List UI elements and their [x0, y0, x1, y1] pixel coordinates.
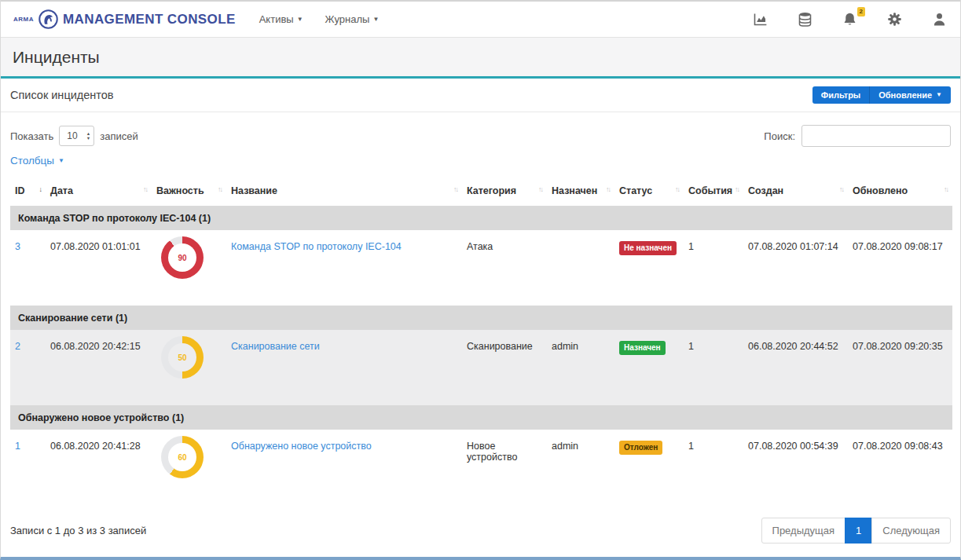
nav-menu-assets[interactable]: Активы ▼: [259, 13, 303, 25]
chevron-down-icon: ▼: [936, 92, 942, 98]
incident-status-cell: Не назначен: [614, 230, 684, 306]
column-header-label: Важность: [156, 185, 204, 196]
column-header-1[interactable]: ↑↓ID: [10, 176, 46, 206]
column-header-label: ID: [15, 185, 25, 196]
column-header-8[interactable]: ↑↓События: [684, 176, 743, 206]
nav-icon-bar: 2: [752, 11, 948, 27]
search-control: Поиск:: [764, 125, 951, 147]
status-badge: Отложен: [619, 441, 662, 455]
refresh-dropdown-button[interactable]: Обновление ▼: [869, 86, 951, 104]
column-header-4[interactable]: ↑↓Название: [226, 176, 462, 206]
notification-badge: 2: [857, 7, 865, 16]
card-title: Список инцидентов: [10, 89, 114, 101]
pagination: Предыдущая 1 Следующая: [761, 518, 951, 544]
analytics-nav-button[interactable]: [752, 11, 768, 27]
sort-icon: ↑↓: [675, 185, 679, 193]
records-suffix-label: записей: [100, 130, 138, 142]
incident-date-cell: 06.08.2020 20:41:28: [46, 430, 152, 505]
columns-dropdown-button[interactable]: Столбцы ▼: [10, 155, 64, 167]
incidents-card: Список инцидентов Фильтры Обновление ▼ П…: [1, 79, 960, 555]
filters-button[interactable]: Фильтры: [812, 86, 869, 104]
user-nav-button[interactable]: [931, 11, 948, 27]
column-header-label: События: [688, 185, 732, 196]
incident-importance-cell: 90: [152, 230, 226, 306]
column-header-9[interactable]: ↑↓Создан: [743, 176, 848, 206]
incident-category-cell: Атака: [462, 230, 547, 306]
column-header-label: Обновлено: [853, 185, 908, 196]
group-header-title: Сканирование сети (1): [10, 306, 952, 330]
column-header-3[interactable]: ↑↓Важность: [152, 176, 226, 206]
incident-updated-cell: 07.08.2020 09:08:43: [848, 430, 952, 505]
incident-name-link[interactable]: Сканирование сети: [231, 341, 320, 352]
nav-menu-assets-label: Активы: [259, 13, 294, 25]
column-header-5[interactable]: ↑↓Категория: [462, 176, 547, 206]
incident-updated-cell: 07.08.2020 09:08:17: [848, 230, 952, 306]
search-input[interactable]: [801, 125, 951, 147]
chevron-down-icon: ▼: [372, 16, 379, 23]
incident-events-cell: 1: [684, 430, 743, 505]
group-header-row: Команда STOP по протоколу IEC-104 (1): [10, 206, 952, 230]
sort-icon: ↑↓: [944, 185, 948, 193]
records-info: Записи с 1 до 3 из 3 записей: [10, 525, 146, 536]
columns-row: Столбцы ▼: [1, 153, 960, 176]
column-header-6[interactable]: ↑↓Назначен: [547, 176, 614, 206]
column-header-label: Дата: [50, 185, 73, 196]
incident-id-cell: 3: [10, 230, 46, 306]
settings-nav-button[interactable]: [886, 11, 903, 27]
incident-id-cell: 1: [10, 430, 46, 505]
incident-id-link[interactable]: 2: [15, 341, 20, 352]
incident-status-cell: Назначен: [614, 330, 684, 405]
incident-id-link[interactable]: 3: [15, 241, 20, 252]
chevron-down-icon: ▼: [58, 158, 64, 164]
column-header-7[interactable]: ↑↓Статус: [614, 176, 684, 206]
gear-icon: [886, 11, 903, 27]
incident-name-cell: Команда STOP по протоколу IEC-104: [226, 230, 462, 306]
brand-logo[interactable]: ARMA MANAGEMENT CONSOLE: [13, 9, 236, 30]
group-header-row: Обнаружено новое устройство (1): [10, 405, 952, 430]
column-header-10[interactable]: ↑↓Обновлено: [848, 176, 952, 206]
incident-row: 106.08.2020 20:41:2860Обнаружено новое у…: [10, 430, 952, 505]
importance-donut: 60: [161, 436, 204, 478]
group-header-title: Обнаружено новое устройство (1): [10, 405, 952, 430]
notifications-nav-button[interactable]: 2: [842, 11, 858, 27]
sort-icon: ↑↓: [453, 185, 457, 193]
page-title: Инциденты: [1, 38, 960, 79]
incident-events-cell: 1: [684, 330, 743, 405]
incident-name-cell: Сканирование сети: [226, 330, 462, 405]
sort-icon: ↑↓: [839, 185, 843, 193]
sort-icon: ↑↓: [538, 185, 542, 193]
pagination-page-1-button[interactable]: 1: [845, 518, 872, 544]
sort-icon: ↑↓: [143, 185, 147, 193]
incident-category-cell: Сканирование: [462, 330, 547, 405]
brand-title: MANAGEMENT CONSOLE: [63, 12, 236, 27]
pagination-previous-button[interactable]: Предыдущая: [761, 518, 846, 544]
card-header-buttons: Фильтры Обновление ▼: [812, 86, 951, 104]
bell-icon: [842, 11, 858, 27]
page-size-select[interactable]: 10: [59, 126, 94, 146]
show-label: Показать: [10, 130, 53, 142]
column-header-label: Категория: [467, 185, 516, 196]
database-nav-button[interactable]: [797, 11, 813, 27]
status-badge: Назначен: [619, 341, 666, 355]
column-header-label: Название: [231, 185, 277, 196]
sort-icon: ↑↓: [735, 185, 739, 193]
incident-status-cell: Отложен: [614, 430, 684, 505]
incident-row: 206.08.2020 20:42:1550Сканирование сетиС…: [10, 330, 952, 405]
importance-value: 60: [168, 443, 196, 471]
helmet-logo-icon: [38, 9, 59, 30]
importance-value: 90: [168, 243, 196, 272]
incident-assignee-cell: admin: [547, 430, 614, 505]
incident-name-link[interactable]: Обнаружено новое устройство: [231, 441, 372, 452]
nav-menu-journals[interactable]: Журналы ▼: [325, 13, 380, 25]
incident-created-cell: 06.08.2020 20:44:52: [743, 330, 848, 405]
pagination-next-button[interactable]: Следующая: [871, 518, 951, 544]
sort-icon: ↑↓: [606, 185, 610, 193]
column-header-2[interactable]: ↑↓Дата: [46, 176, 152, 206]
sort-icon: ↑↓: [39, 185, 42, 193]
incident-assignee-cell: [547, 230, 614, 306]
incident-name-link[interactable]: Команда STOP по протоколу IEC-104: [231, 241, 402, 252]
analytics-icon: [752, 11, 768, 27]
importance-donut: 90: [161, 236, 204, 279]
incident-id-cell: 2: [10, 330, 46, 405]
incident-id-link[interactable]: 1: [15, 441, 20, 452]
